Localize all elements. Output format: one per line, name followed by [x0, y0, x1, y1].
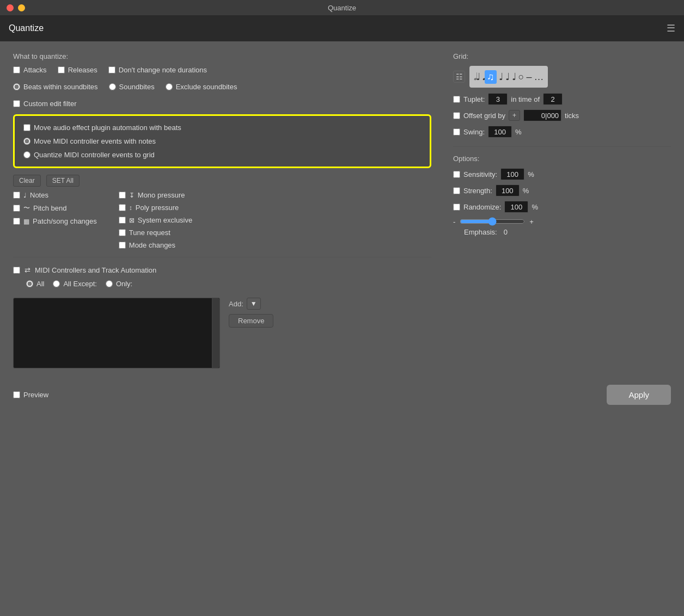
attacks-checkbox[interactable] [13, 66, 20, 73]
system-exclusive-checkbox[interactable] [119, 217, 126, 224]
exclude-label: Exclude soundbites [176, 83, 237, 91]
menu-button[interactable]: ☰ [667, 22, 675, 34]
mode-changes-label: Mode changes [129, 241, 175, 249]
only-radio-label: Only: [116, 280, 132, 288]
strength-unit: % [523, 187, 529, 195]
releases-checkbox[interactable] [58, 66, 65, 73]
quantize-midi-radio[interactable] [23, 151, 30, 158]
note-icon-9[interactable]: – [526, 71, 532, 83]
all-radio[interactable] [26, 280, 33, 287]
offset-plus-btn[interactable]: + [509, 110, 520, 121]
tune-request-checkbox[interactable] [119, 229, 126, 236]
ticks-input[interactable] [523, 109, 561, 121]
soundbites-label: Soundbites [119, 83, 155, 91]
midi-items-section: ♩ Notes 〜 Pitch bend ▦ Patch/song change… [13, 191, 431, 249]
preview-row: Preview [13, 391, 48, 399]
grid-label: Grid: [453, 52, 671, 60]
remove-button[interactable]: Remove [229, 314, 273, 328]
highlight-box: Move audio effect plugin automation with… [13, 114, 431, 168]
mode-changes-checkbox[interactable] [119, 242, 126, 249]
beats-within-radio[interactable] [13, 83, 20, 90]
all-except-radio[interactable] [53, 280, 60, 287]
clear-button[interactable]: Clear [13, 175, 41, 187]
offset-checkbox[interactable] [453, 112, 460, 119]
sensitivity-checkbox[interactable] [453, 171, 460, 178]
system-exclusive-label: System exclusive [138, 216, 192, 224]
sensitivity-unit: % [528, 170, 534, 178]
notes-row: ♩ Notes [13, 191, 97, 199]
sensitivity-label: Sensitivity: [463, 170, 497, 178]
strength-checkbox[interactable] [453, 187, 460, 194]
list-scrollbar[interactable] [212, 298, 219, 368]
tuplet-value-input[interactable] [488, 93, 508, 105]
mono-pressure-label: Mono pressure [138, 191, 185, 199]
note-icon-7[interactable]: ♩ [512, 71, 516, 83]
slider-row: - + [453, 217, 671, 226]
add-row: Add: ▼ [229, 298, 273, 310]
pitch-bend-row: 〜 Pitch bend [13, 204, 97, 213]
move-audio-checkbox[interactable] [23, 124, 30, 131]
randomize-input[interactable] [504, 201, 528, 213]
mono-pressure-icon: ↧ [129, 192, 135, 199]
move-midi-label: Move MIDI controller events with notes [34, 137, 156, 145]
set-all-button[interactable]: SET All [46, 175, 80, 187]
traffic-lights [7, 4, 25, 11]
custom-filter-checkbox[interactable] [13, 100, 20, 107]
exclude-radio[interactable] [166, 83, 173, 90]
in-time-value-input[interactable] [543, 93, 563, 105]
note-icon-2[interactable]: ♩ [476, 71, 480, 83]
soundbites-radio[interactable] [109, 83, 116, 90]
note-icons-container: 𝅗𝅥 ♩ 𝅘𝅥𝅯 ♫ ♩ ♩ ♩ ○ – … [469, 66, 548, 88]
minus-label: - [453, 218, 455, 226]
dont-change-checkbox[interactable] [108, 66, 115, 73]
swing-checkbox[interactable] [453, 128, 460, 135]
midi-controllers-checkbox[interactable] [13, 267, 20, 274]
add-dropdown[interactable]: ▼ [247, 298, 261, 310]
swing-row: Swing: % [453, 126, 671, 138]
tuplet-checkbox[interactable] [453, 96, 460, 103]
pitch-bend-checkbox[interactable] [13, 205, 20, 212]
midi-list-box[interactable] [13, 298, 220, 368]
all-except-radio-row: All Except: [53, 280, 96, 288]
preview-checkbox[interactable] [13, 391, 20, 398]
header-title: Quantize [9, 23, 44, 33]
offset-label: Offset grid by [463, 112, 505, 120]
swing-value-input[interactable] [488, 126, 512, 138]
sensitivity-input[interactable] [500, 168, 524, 180]
emphasis-value-row: Emphasis: 0 [453, 228, 671, 236]
notes-label: Notes [30, 191, 48, 199]
poly-pressure-checkbox[interactable] [119, 204, 126, 211]
move-midi-row: Move MIDI controller events with notes [23, 137, 421, 145]
randomize-checkbox[interactable] [453, 204, 460, 211]
grid-section: Grid: ☷ 𝅗𝅥 ♩ 𝅘𝅥𝅯 ♫ ♩ ♩ ♩ ○ – … [453, 52, 671, 138]
note-icon-5[interactable]: ♩ [499, 71, 503, 83]
close-button[interactable] [7, 4, 14, 11]
preview-label: Preview [23, 391, 48, 399]
strength-input[interactable] [496, 184, 520, 196]
add-label: Add: [229, 300, 243, 308]
notes-checkbox[interactable] [13, 192, 20, 199]
mono-pressure-checkbox[interactable] [119, 192, 126, 199]
randomize-unit: % [532, 203, 538, 211]
only-radio[interactable] [106, 280, 113, 287]
attacks-checkbox-row: Attacks [13, 66, 47, 74]
all-radio-label: All [36, 280, 44, 288]
midi-controllers-label: MIDI Controllers and Track Automation [35, 266, 156, 274]
note-icon-6[interactable]: ♩ [505, 71, 510, 83]
note-icon-8[interactable]: ○ [518, 71, 524, 83]
emphasis-slider[interactable] [460, 217, 525, 226]
ticks-label: ticks [565, 112, 579, 120]
apply-button[interactable]: Apply [607, 385, 671, 405]
minimize-button[interactable] [18, 4, 25, 11]
note-icon-10[interactable]: … [534, 71, 543, 83]
note-icon-4[interactable]: ♫ [485, 70, 497, 84]
pitch-bend-icon: 〜 [23, 204, 30, 213]
poly-pressure-icon: ↕ [129, 204, 132, 212]
grid-doc-icon[interactable]: ☷ [453, 71, 465, 83]
midi-controllers-header: ⇄ MIDI Controllers and Track Automation [13, 266, 431, 274]
patch-song-checkbox[interactable] [13, 218, 20, 225]
emphasis-value: 0 [504, 228, 508, 236]
beats-within-radio-row: Beats within soundbites [13, 83, 98, 91]
move-midi-radio[interactable] [23, 138, 30, 145]
left-panel: What to quantize: Attacks Releases Don't… [13, 52, 431, 368]
